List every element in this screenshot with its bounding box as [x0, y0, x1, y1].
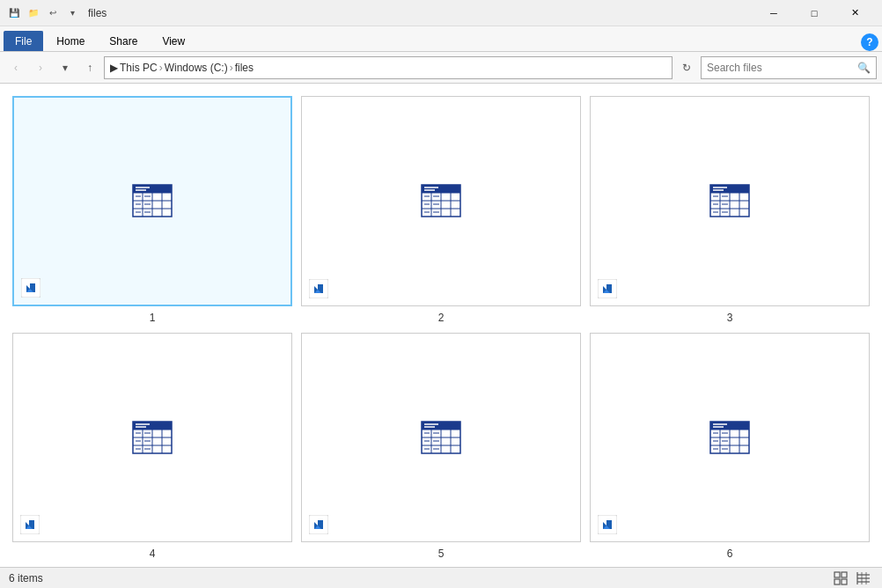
file-thumbnail[interactable]	[12, 96, 292, 306]
ribbon: File Home Share View ?	[0, 26, 882, 52]
items-count: 6 items	[9, 572, 43, 584]
file-thumbnail[interactable]	[301, 333, 581, 543]
path-root-icon: ▶	[110, 62, 118, 74]
file-icon-container	[421, 184, 461, 217]
tab-home[interactable]: Home	[45, 31, 96, 51]
svg-rect-105	[842, 579, 847, 584]
details-view-button[interactable]	[854, 570, 873, 587]
svg-rect-35	[710, 185, 749, 193]
file-thumbnail[interactable]	[12, 333, 292, 543]
shortcut-arrow-icon	[20, 515, 40, 534]
window-title: files	[88, 7, 107, 19]
tab-share[interactable]: Share	[98, 31, 149, 51]
file-icon-container	[709, 184, 750, 217]
svg-rect-103	[842, 572, 847, 577]
ribbon-tabs: File Home Share View ?	[0, 26, 882, 51]
shortcut-arrow-icon	[598, 515, 617, 534]
address-path[interactable]: ▶ This PC › Windows (C:) › files	[104, 56, 673, 79]
spreadsheet-icon	[421, 184, 461, 217]
tab-view[interactable]: View	[151, 31, 196, 51]
search-icon: 🔍	[857, 62, 871, 74]
title-bar-icons: 💾 📁 ↩ ▾	[7, 6, 79, 20]
refresh-button[interactable]: ↻	[676, 57, 697, 78]
svg-rect-1	[133, 185, 172, 193]
spreadsheet-icon	[421, 421, 461, 454]
file-name: 4	[150, 548, 156, 560]
file-thumbnail[interactable]	[301, 96, 581, 306]
svg-rect-52	[133, 422, 172, 430]
svg-rect-69	[422, 422, 460, 430]
path-this-pc[interactable]: This PC	[120, 62, 158, 74]
minimize-button[interactable]: ─	[753, 0, 794, 26]
svg-rect-102	[834, 572, 840, 577]
file-name: 6	[727, 548, 733, 560]
shortcut-arrow-icon	[309, 279, 328, 298]
file-grid: 1	[0, 84, 882, 567]
svg-rect-86	[710, 422, 749, 430]
file-name: 3	[727, 312, 733, 324]
search-box[interactable]: 🔍	[701, 56, 877, 79]
file-item[interactable]: 3	[590, 96, 870, 324]
path-windows-c[interactable]: Windows (C:)	[165, 62, 228, 74]
file-item[interactable]: 6	[590, 333, 870, 561]
file-icon-container	[132, 184, 173, 217]
file-item[interactable]: 1	[12, 96, 292, 324]
tab-file[interactable]: File	[4, 31, 43, 51]
back-button[interactable]: ‹	[5, 57, 26, 78]
shortcut-arrow-icon	[21, 278, 40, 298]
shortcut-arrow-icon	[309, 515, 328, 534]
save-icon: 💾	[7, 6, 21, 20]
status-bar: 6 items	[0, 567, 882, 588]
svg-rect-104	[834, 579, 840, 584]
close-button[interactable]: ✕	[834, 0, 875, 26]
shortcut-arrow-icon	[598, 279, 617, 298]
address-bar: ‹ › ▾ ↑ ▶ This PC › Windows (C:) › files…	[0, 52, 882, 84]
file-name: 1	[150, 312, 156, 324]
folder-icon: 📁	[26, 6, 40, 20]
spreadsheet-icon	[132, 421, 173, 454]
spreadsheet-icon	[709, 421, 750, 454]
view-controls	[831, 570, 873, 587]
spreadsheet-icon	[132, 184, 173, 217]
help-button[interactable]: ?	[861, 33, 878, 51]
maximize-button[interactable]: □	[794, 0, 834, 26]
dropdown-icon[interactable]: ▾	[65, 6, 79, 20]
file-name: 2	[438, 312, 445, 324]
dropdown-recent-button[interactable]: ▾	[55, 57, 76, 78]
search-input[interactable]	[707, 62, 857, 74]
file-thumbnail[interactable]	[590, 333, 870, 543]
forward-button[interactable]: ›	[30, 57, 51, 78]
file-icon-container	[709, 421, 750, 454]
path-files[interactable]: files	[235, 62, 254, 74]
title-bar: 💾 📁 ↩ ▾ files ─ □ ✕	[0, 0, 882, 26]
large-icons-view-button[interactable]	[831, 570, 850, 587]
title-bar-controls: ─ □ ✕	[753, 0, 875, 26]
svg-rect-18	[422, 185, 460, 193]
file-item[interactable]: 5	[301, 333, 581, 561]
file-icon-container	[421, 421, 461, 454]
undo-icon: ↩	[46, 6, 60, 20]
file-icon-container	[132, 421, 173, 454]
spreadsheet-icon	[709, 184, 750, 217]
file-name: 5	[438, 548, 445, 560]
main-content: 1	[0, 84, 882, 567]
up-button[interactable]: ↑	[79, 57, 100, 78]
file-item[interactable]: 2	[301, 96, 581, 324]
file-thumbnail[interactable]	[590, 96, 870, 306]
file-item[interactable]: 4	[12, 333, 292, 561]
